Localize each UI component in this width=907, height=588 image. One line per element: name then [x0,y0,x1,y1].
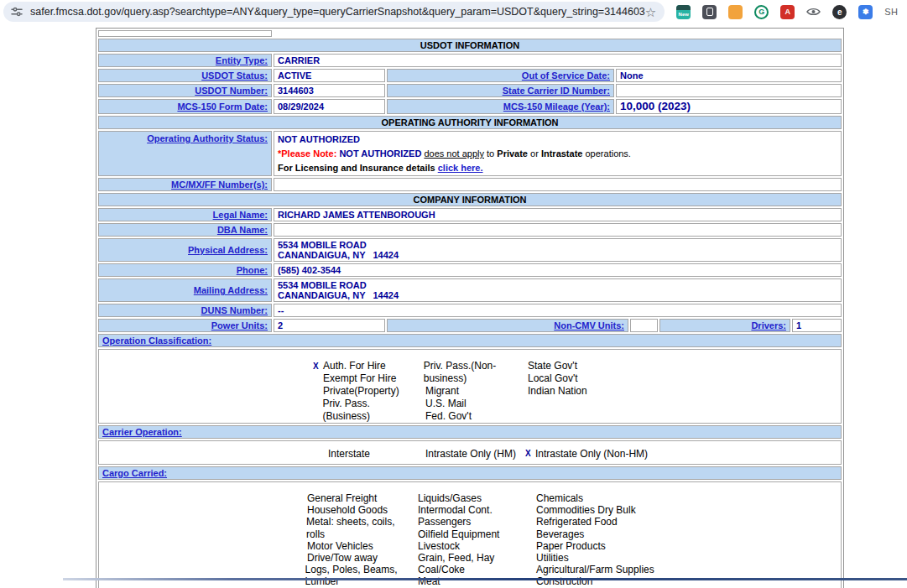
option-item: Commodities Dry Bulk [526,504,654,516]
option-label: Intermodal Cont. [418,504,493,516]
row-authority-status: Operating Authority Status: NOT AUTHORIZ… [98,131,842,176]
option-label: Commodities Dry Bulk [536,504,636,516]
note-prefix: *Please Note: [278,148,336,159]
x-checkmark [518,372,528,385]
option-item: Livestock [408,540,526,552]
option-item: Oilfield Equipment [408,528,526,540]
option-item: Household Goods [297,504,408,516]
row-entity-type: Entity Type: CARRIER [98,54,842,67]
cargo-carried-link[interactable]: Cargo Carried: [102,468,167,478]
extension-orange-icon[interactable] [728,5,743,19]
extension-blue-icon[interactable]: ✽ [858,5,873,19]
authority-note: *Please Note: NOT AUTHORIZED does not ap… [278,148,837,159]
carrier-operation-grid: InterstateIntrastate Only (HM)XIntrastat… [99,441,841,464]
extension-pdf-icon[interactable]: A [780,5,795,19]
duns-number-label[interactable]: DUNS Number: [201,305,268,315]
carrier-operation-link[interactable]: Carrier Operation: [102,427,182,437]
operation-classification-link[interactable]: Operation Classification: [102,336,211,346]
row-legal-name: Legal Name: RICHARD JAMES ATTENBOROUGH [98,208,842,221]
mcs150-mileage-label[interactable]: MCS-150 Mileage (Year): [503,101,610,112]
address-bar[interactable]: safer.fmcsa.dot.gov/query.asp?searchtype… [3,2,665,22]
x-checkmark [313,398,322,423]
site-settings-icon[interactable] [11,6,23,18]
authority-status-value-cell: NOT AUTHORIZED *Please Note: NOT AUTHORI… [274,131,842,176]
x-checkmark [415,448,425,460]
entity-type-label[interactable]: Entity Type: [216,55,268,65]
x-checkmark [526,492,536,504]
option-label: Passengers [418,516,471,528]
row-usdot-header: USDOT INFORMATION [98,39,842,52]
option-label: Logs, Poles, Beams, Lumber [305,564,408,587]
row-phone: Phone: (585) 402-3544 [98,263,842,277]
option-label: Priv. Pass.(Non-business) [424,360,518,385]
section-header-authority: OPERATING AUTHORITY INFORMATION [98,116,842,129]
extension-grammarly-icon[interactable]: G [754,5,769,19]
extension-gray-icon[interactable] [702,5,717,19]
x-checkmark [408,504,418,516]
drivers-label[interactable]: Drivers: [751,320,786,330]
option-label: Exempt For Hire [323,372,396,385]
licensing-click-here-link[interactable]: click here. [438,163,483,173]
option-label: Paper Products [536,540,606,552]
option-label: Refrigerated Food [536,516,618,528]
x-checkmark [526,564,536,575]
usdot-status-value: ACTIVE [274,69,385,82]
option-item: Drive/Tow away [297,552,408,564]
non-cmv-units-label[interactable]: Non-CMV Units: [554,320,624,330]
option-item: Priv. Pass. (Business) [313,398,415,423]
option-label: Auth. For Hire [323,360,386,372]
section-header-company: COMPANY INFORMATION [98,193,842,206]
legal-name-label[interactable]: Legal Name: [213,210,268,220]
option-label: Grain, Feed, Hay [418,552,494,564]
phone-label[interactable]: Phone: [237,265,268,275]
option-item: Agricultural/Farm Supplies [526,564,654,575]
note-emphasis: NOT AUTHORIZED [339,148,421,159]
out-of-service-date-label[interactable]: Out of Service Date: [522,70,610,81]
authority-status-value: NOT AUTHORIZED [278,134,360,144]
usdot-status-label[interactable]: USDOT Status: [201,70,268,81]
mcs150-mileage-value: 10,000 (2023) [616,99,842,114]
state-carrier-id-label[interactable]: State Carrier ID Number: [503,86,610,96]
extension-dark-icon[interactable]: e [832,5,847,19]
state-carrier-id-value [616,84,842,97]
option-column: XIntrastate Only (Non-HM) [525,448,648,460]
option-item: Fed. Gov't [415,410,518,423]
row-duns-number: DUNS Number: -- [98,304,842,317]
extension-eye-icon[interactable] [806,5,821,19]
option-column: Priv. Pass.(Non-business)MigrantU.S. Mai… [415,360,518,423]
profile-initials[interactable]: SH [884,7,898,17]
option-label: Coal/Coke [418,564,465,575]
dba-name-label[interactable]: DBA Name: [217,225,268,235]
x-checkmark [297,516,306,539]
row-operation-classification-content: XAuth. For HireExempt For HirePrivate(Pr… [98,349,842,424]
mcs150-form-date-label[interactable]: MCS-150 Form Date: [177,101,268,112]
usdot-number-label[interactable]: USDOT Number: [195,86,268,96]
url-text[interactable]: safer.fmcsa.dot.gov/query.asp?searchtype… [30,6,645,18]
extension-new-icon[interactable]: New [676,5,691,19]
option-item: Logs, Poles, Beams, Lumber [297,564,408,587]
row-carrier-operation-content: InterstateIntrastate Only (HM)XIntrastat… [98,440,842,465]
option-item: Local Gov't [518,372,587,385]
option-item: Motor Vehicles [297,540,408,552]
x-checkmark [408,528,418,540]
mailing-address-label[interactable]: Mailing Address: [194,285,268,295]
power-units-label[interactable]: Power Units: [211,320,268,330]
row-mc-numbers: MC/MX/FF Number(s): [98,178,842,191]
mc-numbers-label[interactable]: MC/MX/FF Number(s): [171,180,268,190]
x-checkmark [297,552,307,564]
option-item: Private(Property) [313,385,415,398]
bookmark-star-icon[interactable]: ☆ [645,6,656,18]
option-label: Chemicals [536,492,583,504]
x-checkmark [297,504,307,516]
cargo-carried-grid: General FreightHousehold GoodsMetal: she… [99,482,841,588]
physical-address-label[interactable]: Physical Address: [188,245,268,255]
drivers-value: 1 [792,319,842,332]
option-label: Private(Property) [323,385,399,398]
option-item: General Freight [297,492,408,504]
row-partial-top [98,30,842,37]
option-item: Metal: sheets, coils, rolls [297,516,408,539]
option-label: General Freight [307,492,377,504]
option-item: Priv. Pass.(Non-business) [415,360,518,385]
option-item: Passengers [408,516,526,528]
authority-status-label[interactable]: Operating Authority Status: [147,133,268,143]
